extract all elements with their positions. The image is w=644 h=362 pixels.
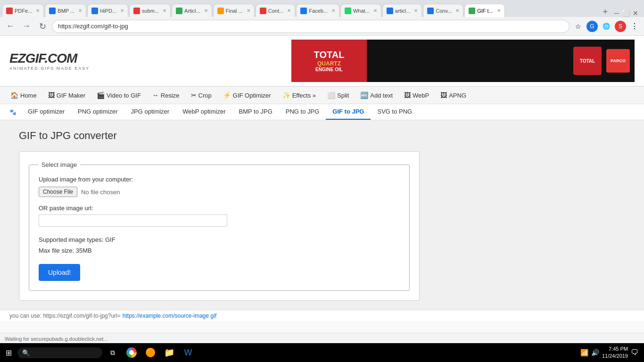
browser-tab-tab12[interactable]: GIF t...✕ [464, 4, 505, 17]
choose-file-button[interactable]: Choose File [39, 187, 77, 197]
browser-tab-tab5[interactable]: Articl...✕ [172, 4, 212, 17]
main-nav-item-home[interactable]: 🏠Home [5, 87, 42, 104]
browser-tab-tab10[interactable]: articl...✕ [382, 4, 422, 17]
sub-nav-item-gif-to-jpg[interactable]: GIF to JPG [326, 104, 371, 120]
tab-close-icon[interactable]: ✕ [36, 8, 40, 13]
bottom-hint-link[interactable]: https://example.com/source-image.gif [123, 313, 216, 319]
page-content: EZGIF.COM ANIMATED GIFS MADE EASY TOTAL … [0, 36, 644, 333]
tab-bar: PDFe...✕BMP ...✕HiPD...✕subm...✕Articl..… [0, 0, 644, 17]
ad-right: TOTAL PARCO [367, 40, 635, 82]
browser-tab-tab1[interactable]: PDFe...✕ [2, 4, 44, 17]
tab-favicon [6, 8, 13, 14]
back-button[interactable]: ← [4, 20, 17, 33]
main-nav-item-resize[interactable]: ↔Resize [147, 87, 185, 104]
main-nav-item-effects[interactable]: ✨Effects » [277, 87, 322, 104]
upload-button[interactable]: Upload! [39, 264, 80, 281]
sub-nav-item-bmp-to-jpg[interactable]: BMP to JPG [232, 104, 279, 120]
nav-icon-crop: ✂ [191, 91, 197, 99]
sub-nav-item-jpg-optimizer[interactable]: JPG optimizer [124, 104, 176, 120]
main-nav-item-apng[interactable]: 🖼APNG [435, 87, 472, 104]
taskbar-search-box[interactable]: 🔍 [17, 347, 102, 358]
sub-nav-item-png-to-jpg[interactable]: PNG to JPG [279, 104, 326, 120]
nav-icon-add-text: 🔤 [360, 91, 368, 99]
close-button[interactable]: ✕ [633, 9, 638, 17]
tab-close-icon[interactable]: ✕ [204, 8, 208, 13]
main-nav-item-webp[interactable]: 🖼WebP [398, 87, 435, 104]
upload-label: Upload image from your computer: [39, 176, 400, 183]
maximize-button[interactable]: ⬜ [622, 9, 630, 17]
bookmark-star-icon[interactable]: ☆ [572, 21, 584, 32]
tab-label: BMP ... [58, 8, 74, 14]
nav-icon-resize: ↔ [152, 91, 159, 99]
tab-close-icon[interactable]: ✕ [247, 8, 250, 13]
main-nav-item-video-to-gif[interactable]: 🎬Video to GIF [91, 87, 147, 104]
taskbar-vlc-icon[interactable]: 🟠 [142, 344, 159, 361]
tab-label: PDFe... [15, 8, 32, 14]
taskbar-search-input[interactable] [33, 349, 94, 356]
taskbar-clock: 7:45 PM 11/24/2019 [602, 346, 628, 360]
image-url-input[interactable] [39, 214, 227, 227]
main-nav-item-add-text[interactable]: 🔤Add text [355, 87, 398, 104]
browser-tab-tab9[interactable]: What...✕ [340, 4, 381, 17]
taskbar-task-view[interactable]: ⧉ [104, 344, 121, 361]
sub-nav-item-svg-to-png[interactable]: SVG to PNG [371, 104, 419, 120]
taskbar-search-icon: 🔍 [22, 349, 30, 356]
main-nav-item-split[interactable]: ⬜Split [322, 87, 355, 104]
reload-button[interactable]: ↻ [36, 20, 49, 33]
main-nav-item-crop[interactable]: ✂Crop [185, 87, 217, 104]
url-input[interactable] [52, 20, 570, 33]
new-tab-button[interactable]: + [600, 7, 611, 17]
sub-nav-item-webp-optimizer[interactable]: WebP optimizer [176, 104, 232, 120]
tab-favicon [217, 8, 224, 14]
tab-close-icon[interactable]: ✕ [373, 8, 377, 13]
logo-text: EZGIF.COM [9, 51, 90, 66]
main-nav-item-gif-maker[interactable]: 🖼GIF Maker [42, 87, 91, 104]
tab-close-icon[interactable]: ✕ [455, 8, 459, 13]
sub-navigation: 🐾 GIF optimizerPNG optimizerJPG optimize… [0, 104, 644, 120]
tab-favicon [49, 8, 56, 14]
sub-nav-item-png-optimizer[interactable]: PNG optimizer [71, 104, 124, 120]
main-nav-item-gif-optimizer[interactable]: ⚡GIF Optimizer [217, 87, 277, 104]
tab-close-icon[interactable]: ✕ [414, 8, 418, 13]
browser-tab-tab2[interactable]: BMP ...✕ [45, 4, 86, 17]
taskbar: ⊞ 🔍 ⧉ 🟠 📁 W 📶 🔊 7:45 PM 11/24/2019 🗨 [0, 343, 644, 362]
notification-button[interactable]: 🗨 [631, 348, 638, 357]
browser-tab-tab11[interactable]: Conv...✕ [423, 4, 463, 17]
minimize-button[interactable]: ─ [614, 9, 619, 17]
taskbar-chrome-icon[interactable] [123, 344, 140, 361]
tab-favicon [260, 8, 266, 14]
tab-favicon [176, 8, 182, 14]
tab-close-icon[interactable]: ✕ [331, 8, 335, 13]
nav-icon-split: ⬜ [327, 91, 335, 99]
tab-label: Articl... [184, 8, 200, 14]
browser-tab-tab7[interactable]: Cont...✕ [256, 4, 295, 17]
taskbar-explorer-icon[interactable]: 📁 [161, 344, 178, 361]
tab-close-icon[interactable]: ✕ [120, 8, 124, 13]
tab-favicon [300, 8, 307, 14]
converter-form-box: Select image Upload image from your comp… [19, 151, 420, 301]
main-navigation: 🏠Home🖼GIF Maker🎬Video to GIF↔Resize✂Crop… [0, 86, 644, 104]
tab-label: subm... [142, 8, 159, 14]
tab-label: HiPD... [100, 8, 116, 14]
browser-tab-tab8[interactable]: Faceb...✕ [296, 4, 339, 17]
taskbar-right-area: 📶 🔊 7:45 PM 11/24/2019 🗨 [580, 346, 642, 360]
browser-tab-tab6[interactable]: Final ...✕ [213, 4, 255, 17]
user-account-icon[interactable]: G [586, 21, 598, 32]
profile-icon[interactable]: S [615, 21, 626, 32]
forward-button[interactable]: → [20, 20, 33, 33]
form-section-legend: Select image [39, 161, 80, 168]
nav-icon-effects: ✨ [282, 91, 290, 99]
taskbar-word-icon[interactable]: W [180, 344, 197, 361]
browser-tab-tab4[interactable]: subm...✕ [129, 4, 171, 17]
tab-close-icon[interactable]: ✕ [163, 8, 166, 13]
sub-nav-item-gif-optimizer[interactable]: GIF optimizer [21, 104, 71, 120]
start-button[interactable]: ⊞ [2, 346, 16, 359]
browser-tab-tab3[interactable]: HiPD...✕ [87, 4, 128, 17]
tab-close-icon[interactable]: ✕ [78, 8, 82, 13]
ad-left: TOTAL QUARTZ ENGINE OIL [291, 40, 367, 82]
menu-icon[interactable]: ⋮ [629, 21, 640, 32]
taskbar-volume-icon[interactable]: 🔊 [591, 349, 599, 356]
translate-icon[interactable]: 🌐 [601, 21, 612, 32]
tab-close-icon[interactable]: ✕ [497, 8, 501, 13]
tab-close-icon[interactable]: ✕ [287, 8, 291, 13]
